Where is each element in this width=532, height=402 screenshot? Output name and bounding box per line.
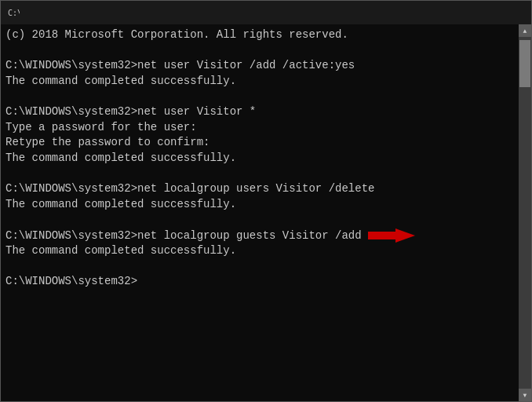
close-button[interactable] [489,1,525,24]
maximize-button[interactable] [453,1,489,24]
titlebar-left: C:\ [7,6,24,19]
terminal-line [5,43,514,59]
terminal-line: (c) 2018 Microsoft Corporation. All righ… [5,27,514,43]
cmd-icon: C:\ [7,6,20,19]
svg-marker-2 [368,228,415,243]
minimize-button[interactable] [417,1,453,24]
scroll-up-arrow[interactable]: ▲ [519,24,531,37]
terminal-line: C:\WINDOWS\system32>net localgroup guest… [5,228,514,243]
terminal-line [5,212,514,228]
scrollbar[interactable]: ▲ ▼ [519,24,531,401]
scroll-thumb[interactable] [519,40,530,87]
terminal-line [5,166,514,181]
terminal-line: C:\WINDOWS\system32>net user Visitor /ad… [5,58,514,74]
titlebar-controls [417,1,525,24]
terminal-line: C:\WINDOWS\system32>net localgroup users… [5,181,514,197]
terminal-line: The command completed successfully. [5,243,514,259]
titlebar: C:\ [1,1,531,24]
terminal-line: The command completed successfully. [5,74,514,90]
terminal-line: Type a password for the user: [5,120,514,136]
terminal-line: The command completed successfully. [5,151,514,166]
terminal-line: C:\WINDOWS\system32> [5,274,514,290]
terminal-line: The command completed successfully. [5,197,514,213]
terminal-output[interactable]: (c) 2018 Microsoft Corporation. All righ… [1,24,519,401]
scroll-down-arrow[interactable]: ▼ [519,389,531,401]
svg-text:C:\: C:\ [8,9,20,17]
terminal-line [5,259,514,275]
scroll-track[interactable] [519,37,531,389]
terminal-line: Retype the password to confirm: [5,135,514,151]
window: C:\ (c) 2018 Microsoft Corporation. All … [0,0,532,402]
arrow-icon [368,228,415,243]
content-area: (c) 2018 Microsoft Corporation. All righ… [1,24,531,401]
terminal-line: C:\WINDOWS\system32>net user Visitor * [5,104,514,120]
terminal-line [5,89,514,104]
